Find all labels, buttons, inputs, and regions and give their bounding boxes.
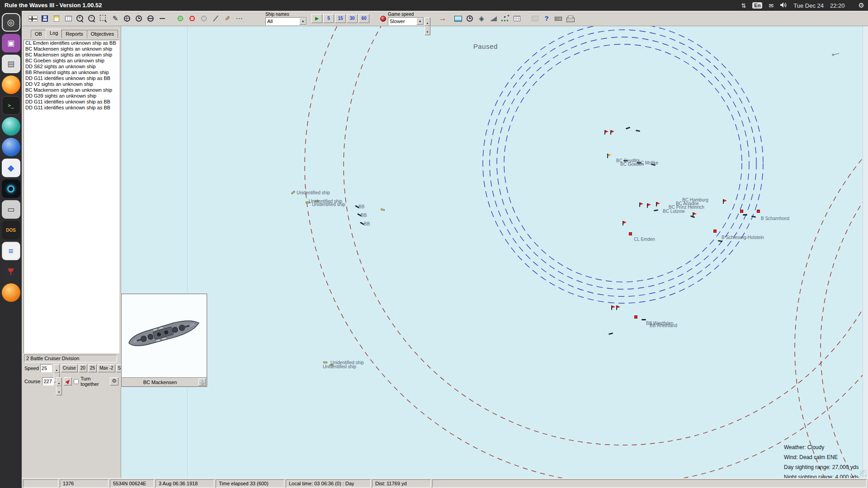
anchor-button[interactable]: ⚓: [198, 379, 206, 386]
red-status-icon[interactable]: [186, 13, 198, 24]
chevron-down-icon[interactable]: [416, 18, 424, 25]
spin-up-button[interactable]: [425, 17, 430, 26]
speed-preset-button[interactable]: Cruise: [61, 364, 78, 372]
stopwatch-icon[interactable]: [464, 13, 476, 24]
clock-icon[interactable]: [133, 13, 145, 24]
speed-preset-button[interactable]: 20: [79, 364, 87, 372]
fleet-flag-marker[interactable]: [610, 130, 614, 135]
end-battle-button[interactable]: [437, 13, 448, 24]
turn-together-checkbox[interactable]: [74, 379, 79, 384]
export-icon[interactable]: [62, 13, 74, 24]
selected-ship-marker[interactable]: [740, 210, 743, 213]
spin-down-button[interactable]: [56, 386, 61, 395]
division-settings-button[interactable]: ⚙: [110, 377, 118, 385]
speed-input[interactable]: [40, 364, 52, 372]
log-entry[interactable]: BC Goeben sights an unknown ship: [24, 58, 119, 64]
spin-down-button[interactable]: [425, 26, 430, 35]
unidentified-ship-marker[interactable]: [291, 191, 295, 195]
mail-icon[interactable]: ✉: [769, 2, 774, 9]
input-switch-icon[interactable]: ⇅: [741, 2, 746, 9]
advance-time-button-15[interactable]: 15: [335, 14, 346, 23]
log-entry[interactable]: DD S62 sights an unknown ship: [24, 64, 119, 70]
spin-up-button[interactable]: [54, 364, 60, 373]
disabled-tool-icon[interactable]: [529, 13, 541, 24]
chevron-down-icon[interactable]: [299, 18, 307, 25]
pencil-icon[interactable]: [109, 13, 121, 24]
set-course-button[interactable]: [64, 377, 72, 385]
course-input[interactable]: [42, 377, 54, 385]
printer-icon[interactable]: [564, 13, 576, 24]
ship-marker[interactable]: [642, 319, 646, 320]
tactical-map[interactable]: Paused ← BC SeydlitzBC GoebenBC MoltkeBC…: [121, 26, 868, 478]
wine-icon[interactable]: [2, 263, 20, 281]
ship-marker[interactable]: [654, 209, 658, 211]
fleet-flag-marker[interactable]: [639, 202, 643, 207]
fleet-flag-marker[interactable]: [616, 305, 620, 310]
resize-grip[interactable]: [860, 470, 867, 477]
zoom-in-icon[interactable]: [74, 13, 86, 24]
map-scrollbar[interactable]: [863, 26, 868, 478]
layers-icon[interactable]: [476, 13, 487, 24]
tab-reports[interactable]: Reports: [61, 30, 87, 38]
log-list[interactable]: CL Emden identifies unknown ship as BBBC…: [24, 40, 119, 353]
ring-app-icon[interactable]: [2, 179, 20, 198]
grid-gear-icon[interactable]: [511, 13, 523, 24]
minus-icon[interactable]: [156, 13, 168, 24]
log-entry[interactable]: DD G11 identifies unknown ship as BB: [24, 75, 119, 81]
text-editor-icon[interactable]: ≡: [2, 242, 20, 260]
log-notes-icon[interactable]: [51, 13, 62, 24]
session-gear-icon[interactable]: ⚙: [859, 1, 864, 9]
firefox-icon[interactable]: [2, 75, 20, 94]
fleet-flag-marker[interactable]: [611, 305, 615, 310]
log-entry[interactable]: BC Mackensen sights an unknown ship: [24, 46, 119, 52]
compass-rose-icon[interactable]: [121, 13, 133, 24]
keyboard-layout-indicator[interactable]: En: [752, 2, 762, 9]
spin-up-button[interactable]: [56, 377, 61, 386]
ruler-icon[interactable]: [487, 13, 499, 24]
zoom-select-icon[interactable]: [98, 13, 109, 24]
tab-objectives[interactable]: Objectives: [87, 30, 118, 38]
ship-marker[interactable]: [636, 130, 640, 132]
modem-icon[interactable]: [552, 13, 564, 24]
tab-ob[interactable]: OB: [31, 30, 46, 38]
save-icon[interactable]: [39, 13, 51, 24]
speed-preset-button[interactable]: 25: [88, 364, 97, 372]
fleet-flag-marker[interactable]: [623, 221, 627, 225]
fleet-flag-marker[interactable]: [607, 154, 611, 158]
tab-log[interactable]: Log: [46, 29, 62, 38]
map-icon[interactable]: [452, 13, 464, 24]
volume-icon[interactable]: [780, 2, 787, 9]
zoom-out-icon[interactable]: [86, 13, 98, 24]
printer-app-icon[interactable]: ▭: [2, 200, 20, 219]
file-manager-icon[interactable]: ▤: [2, 55, 20, 73]
unidentified-ship-marker[interactable]: [381, 208, 385, 211]
green-status-icon[interactable]: [175, 13, 186, 24]
log-entry[interactable]: DD G11 identifies unknown ship as BB: [24, 99, 119, 105]
advance-time-button-60[interactable]: 60: [359, 14, 369, 23]
blue-app-icon[interactable]: [2, 138, 20, 156]
selected-ship-marker[interactable]: [629, 232, 632, 235]
system-clock[interactable]: 22:20: [830, 2, 845, 9]
ship-marker[interactable]: [743, 214, 747, 216]
fleet-flag-marker[interactable]: [656, 202, 660, 206]
formation-icon[interactable]: [499, 13, 511, 24]
german-ensign-icon[interactable]: [27, 13, 39, 24]
ship-marker[interactable]: [626, 127, 630, 129]
package-app-icon[interactable]: ◆: [2, 159, 20, 177]
game-speed-dropdown[interactable]: Slower: [388, 17, 424, 25]
unidentified-ship-marker[interactable]: [323, 361, 327, 364]
advance-time-button-5[interactable]: 5: [323, 14, 334, 23]
log-entry[interactable]: BC Mackensen sights an unknown ship: [24, 52, 119, 58]
line-tool-icon[interactable]: [210, 13, 222, 24]
ship-marker[interactable]: [609, 333, 613, 335]
advance-time-button-play[interactable]: ▶: [311, 14, 322, 23]
advance-time-button-30[interactable]: 30: [347, 14, 358, 23]
speed-preset-button[interactable]: Max -2: [98, 364, 115, 372]
selected-ship-marker[interactable]: [713, 230, 717, 233]
teal-app-icon[interactable]: [2, 117, 20, 136]
presentation-app-icon[interactable]: ▣: [2, 34, 20, 52]
terminal-icon[interactable]: >_: [2, 96, 20, 115]
log-entry[interactable]: DD G39 sights an unknown ship: [24, 93, 119, 99]
activities-button[interactable]: ◎: [2, 13, 20, 32]
selected-ship-marker[interactable]: [757, 210, 760, 213]
